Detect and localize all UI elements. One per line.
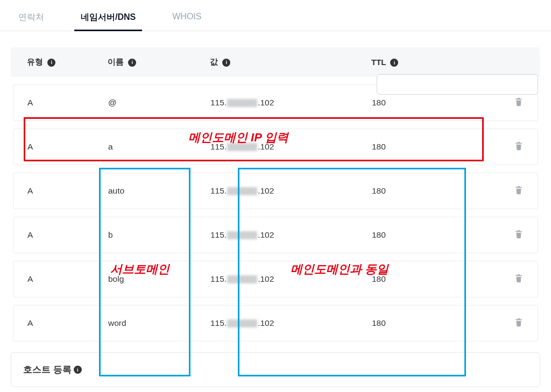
cell-ttl: 180	[372, 274, 479, 284]
cell-name: a	[108, 142, 210, 152]
cell-name: word	[108, 318, 210, 328]
host-registration-title: 호스트 등록	[23, 364, 72, 376]
delete-button[interactable]	[514, 185, 524, 195]
table-row[interactable]: A auto 115..102 180	[13, 173, 538, 209]
records-table-header: 유형 i 이름 i 값 i TTL i	[11, 47, 540, 77]
cell-type: A	[27, 186, 108, 196]
info-icon[interactable]: i	[222, 59, 230, 67]
cell-value: 115..102	[210, 274, 372, 284]
table-row[interactable]: A bolg 115..102 180	[13, 261, 538, 297]
header-value: 값	[210, 57, 218, 66]
header-name: 이름	[108, 57, 124, 66]
cell-value: 115..102	[210, 230, 372, 240]
info-icon[interactable]: i	[74, 366, 82, 374]
cell-ttl: 180	[372, 230, 479, 240]
cell-type: A	[27, 142, 108, 152]
cell-name: @	[108, 98, 210, 108]
delete-button[interactable]	[514, 229, 524, 239]
table-row[interactable]: A b 115..102 180	[13, 217, 538, 253]
delete-button[interactable]	[514, 141, 524, 151]
cell-ttl: 180	[372, 318, 479, 328]
header-type: 유형	[27, 57, 43, 66]
header-ttl: TTL	[371, 58, 386, 67]
tab-contact[interactable]: 연락처	[16, 6, 46, 31]
info-icon[interactable]: i	[390, 59, 398, 67]
host-registration-panel: 호스트 등록 i	[11, 352, 540, 387]
cell-type: A	[27, 318, 108, 328]
cell-type: A	[27, 98, 108, 108]
cell-ttl: 180	[372, 186, 479, 196]
search-input[interactable]	[377, 74, 538, 95]
info-icon[interactable]: i	[128, 59, 136, 67]
cell-type: A	[27, 230, 108, 240]
table-row[interactable]: A a 115..102 180	[13, 129, 538, 165]
cell-value: 115..102	[210, 142, 372, 152]
cell-type: A	[27, 274, 108, 284]
tabs: 연락처 네임서버/DNS WHOIS	[0, 0, 551, 31]
info-icon[interactable]: i	[47, 59, 55, 67]
tab-dns[interactable]: 네임서버/DNS	[79, 6, 138, 31]
records-table-body: A @ 115..102 180 A a 115..102 180	[11, 84, 540, 341]
cell-ttl: 180	[372, 98, 479, 108]
delete-button[interactable]	[514, 97, 524, 106]
cell-value: 115..102	[210, 186, 372, 196]
cell-name: auto	[108, 186, 210, 196]
cell-name: bolg	[108, 274, 210, 284]
cell-value: 115..102	[210, 98, 372, 108]
delete-button[interactable]	[514, 273, 524, 283]
cell-name: b	[108, 230, 210, 240]
dns-panel: 유형 i 이름 i 값 i TTL i A @ 115..102 180	[0, 47, 551, 392]
delete-button[interactable]	[514, 317, 524, 327]
table-row[interactable]: A word 115..102 180	[13, 305, 538, 341]
cell-value: 115..102	[210, 318, 372, 328]
tab-whois[interactable]: WHOIS	[170, 6, 203, 31]
cell-ttl: 180	[372, 142, 479, 152]
